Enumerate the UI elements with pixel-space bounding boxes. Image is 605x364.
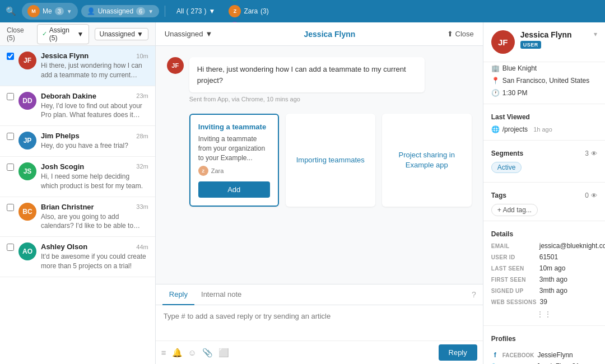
detail-row: WEB SESSIONS 39	[491, 296, 597, 307]
conversation-checkbox[interactable]	[7, 53, 14, 60]
conv-preview: Hi there, just wondering how I can add a…	[41, 61, 148, 80]
project-sharing-card[interactable]: Project sharing in Example app	[382, 114, 472, 207]
person-icon: 👤	[87, 7, 95, 15]
me-filter[interactable]: M Me 3 ▼	[22, 3, 78, 20]
gif-icon[interactable]: ⬜	[218, 348, 229, 358]
text-icon[interactable]: ≡	[161, 348, 166, 357]
image-icon[interactable]: 📎	[202, 348, 213, 358]
tags-count-num: 0	[585, 192, 589, 199]
user-details-panel: JF Jessica Flynn USER ▾ 🏢 Blue Knight 📍 …	[483, 22, 605, 364]
conv-time: 28m	[136, 133, 148, 139]
message-avatar: JF	[167, 57, 184, 74]
help-icon[interactable]: ?	[472, 290, 476, 299]
details-header: Details	[483, 226, 605, 240]
conversation-item[interactable]: JP Jim Phelps 28m Hey, do you have a fre…	[0, 126, 155, 157]
conv-body: Deborah Dakine 23m Hey, I'd love to find…	[41, 92, 148, 120]
divider-2	[483, 140, 605, 141]
profiles-title: Profiles	[491, 335, 516, 343]
article-author: Z Zara	[198, 166, 270, 176]
conversation-item[interactable]: BC Brian Christner 33m Also, are you goi…	[0, 197, 155, 237]
user-menu-icon[interactable]: ▾	[594, 30, 597, 38]
profile-row: f FACEBOOK JessieFlynn	[491, 349, 597, 361]
unassigned-chevron-icon: ▼	[148, 8, 153, 15]
last-viewed-time: 1h ago	[533, 126, 552, 133]
reply-input[interactable]	[156, 305, 483, 339]
me-count: 3	[55, 7, 64, 15]
assign-button[interactable]: ✓ Assign (5) ▼	[37, 24, 89, 44]
search-icon[interactable]: 🔍	[6, 6, 16, 16]
user-info: Jessica Flynn USER	[520, 30, 588, 49]
conv-avatar: DD	[18, 92, 36, 110]
add-tag-button[interactable]: + Add tag...	[491, 204, 538, 216]
eye-icon: 👁	[591, 150, 597, 157]
all-label: All	[176, 7, 184, 15]
emoji-icon[interactable]: ☺	[188, 348, 197, 357]
reply-toolbar: ≡ 🔔 ☺ 📎 ⬜ Reply	[156, 340, 483, 364]
main-layout: Close (5) ✓ Assign (5) ▼ Unassigned ▼ JF…	[0, 22, 605, 364]
globe-icon: 🌐	[491, 125, 499, 133]
conv-name: Deborah Dakine	[41, 92, 96, 100]
attachment-icon[interactable]: 🔔	[172, 348, 183, 358]
message-meta: Sent from App, via Chrome, 10 mins ago	[189, 96, 425, 102]
profiles-list: f FACEBOOK JessieFlynn🐦 TWITTER JessieFl…	[483, 345, 605, 364]
reply-box: Reply Internal note ? ≡ 🔔 ☺ 📎 ⬜ Reply	[156, 284, 483, 364]
profile-key: FACEBOOK	[502, 352, 534, 358]
detail-row: EMAIL jessica@blueknight.com	[491, 240, 597, 251]
conv-avatar: BC	[18, 203, 36, 221]
agent-filter-zara[interactable]: Z Zara (3)	[224, 3, 278, 20]
detail-key: SIGNED UP	[491, 288, 536, 294]
divider-5	[483, 325, 605, 326]
unassigned-chevron-icon: ▼	[205, 30, 212, 38]
all-filter[interactable]: All (273) ▼	[171, 5, 221, 17]
conv-preview: Hey, do you have a free trial?	[41, 141, 148, 151]
conv-body: Jessica Flynn 10m Hi there, just wonderi…	[41, 52, 148, 80]
all-count-val: 273	[190, 7, 202, 15]
unassigned-filter[interactable]: 👤 Unassigned 6 ▼	[81, 5, 159, 17]
me-label: Me	[43, 7, 52, 15]
conversation-item[interactable]: DD Deborah Dakine 23m Hey, I'd love to f…	[0, 86, 155, 127]
conversation-checkbox[interactable]	[7, 164, 14, 171]
conv-body: Brian Christner 33m Also, are you going …	[41, 203, 148, 231]
reply-tab[interactable]: Reply	[162, 284, 194, 305]
conversation-checkbox[interactable]	[7, 93, 14, 100]
conversation-title: Jessica Flynn	[304, 30, 355, 39]
active-segment-badge: Active	[491, 162, 522, 173]
close-conversation-button[interactable]: ⬆ Close	[447, 30, 474, 38]
tags-eye-icon: 👁	[591, 192, 597, 199]
close-label: Close	[455, 30, 474, 38]
tags-header: Tags 0 👁	[483, 187, 605, 202]
unassigned-chevron-icon: ▼	[137, 30, 143, 38]
conversation-checkbox[interactable]	[7, 133, 14, 140]
detail-row: LAST SEEN 10m ago	[491, 263, 597, 274]
conversation-checkbox[interactable]	[7, 244, 14, 251]
conv-header: Deborah Dakine 23m	[41, 92, 148, 100]
importing-teammates-card[interactable]: Importing teammates	[286, 114, 375, 207]
segments-count: 3 👁	[585, 150, 597, 157]
me-avatar: M	[27, 5, 40, 17]
reply-button[interactable]: Reply	[439, 344, 477, 361]
unassigned-select[interactable]: Unassigned ▼	[95, 28, 148, 40]
more-icon[interactable]: ⋮⋮	[483, 307, 605, 321]
add-article-button[interactable]: Add	[198, 181, 270, 198]
article-suggestions: Inviting a teammate Inviting a teammate …	[189, 114, 472, 207]
conv-avatar: JP	[18, 132, 36, 150]
close-conversations-button[interactable]: Close (5)	[7, 26, 31, 42]
reply-tabs: Reply Internal note ?	[156, 284, 483, 305]
social-icon: f	[491, 351, 499, 359]
conv-time: 44m	[136, 244, 148, 250]
all-chevron-icon: ▼	[208, 7, 215, 15]
conversation-item[interactable]: JS Josh Scogin 32m Hi, I need some help …	[0, 157, 155, 197]
last-viewed-path: /projects	[502, 125, 528, 133]
conversation-checkbox[interactable]	[7, 204, 14, 211]
conv-body: Ashley Olson 44m It'd be awesome if you …	[41, 242, 148, 271]
conv-unassigned-select[interactable]: Unassigned ▼	[165, 30, 213, 38]
pin-icon: 📍	[491, 77, 499, 85]
conv-preview: Hey, I'd love to find out about your Pro…	[41, 101, 148, 120]
user-header: JF Jessica Flynn USER ▾	[483, 22, 605, 62]
conversation-item[interactable]: JF Jessica Flynn 10m Hi there, just wond…	[0, 46, 155, 86]
detail-key: FIRST SEEN	[491, 277, 536, 283]
conv-preview: It'd be awesome if you could create more…	[41, 252, 148, 271]
internal-note-tab[interactable]: Internal note	[194, 284, 248, 305]
conversation-item[interactable]: AO Ashley Olson 44m It'd be awesome if y…	[0, 237, 155, 277]
agent-name: Zara	[244, 7, 258, 15]
